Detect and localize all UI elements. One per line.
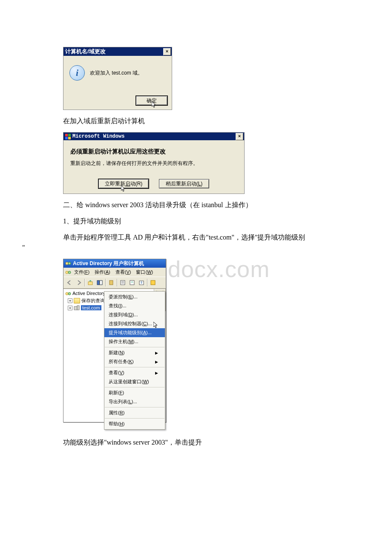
context-menu-item[interactable]: 导出列表(L)... [104, 397, 165, 406]
menu-separator [105, 407, 164, 408]
ok-button[interactable]: 确定 [136, 96, 167, 105]
context-menu-item[interactable]: 连接到域控制器(C)... [104, 319, 165, 328]
svg-rect-8 [121, 280, 125, 285]
ad-app-icon [65, 269, 71, 275]
dialog2-heading: 必须重新启动计算机以应用这些更改 [70, 148, 237, 156]
svg-point-3 [68, 271, 71, 274]
cut-icon[interactable] [107, 278, 116, 287]
svg-rect-6 [100, 280, 102, 285]
ad-toolbar [63, 277, 166, 289]
svg-point-0 [66, 262, 68, 265]
svg-rect-16 [74, 306, 77, 310]
text-after-dlg1: 在加入域后重新启动计算机 [63, 116, 349, 126]
submenu-arrow-icon: ▶ [155, 351, 158, 355]
context-menu-item[interactable]: 连接到域(D)... [104, 310, 165, 319]
svg-rect-4 [88, 282, 92, 285]
filter-icon[interactable] [148, 278, 158, 287]
menu-separator [105, 367, 164, 367]
ad-title: Active Directory 用户和计算机 [73, 260, 144, 267]
menu-separator [105, 387, 164, 387]
context-menu-item[interactable]: 提升域功能级别(A)... [104, 328, 165, 337]
svg-rect-5 [97, 280, 99, 285]
context-menu-item[interactable]: 所有任务(K)▶ [104, 357, 165, 366]
dialog2-message: 重新启动之前，请保存任何打开的文件并关闭所有程序。 [70, 160, 237, 167]
nav-fwd-icon[interactable] [74, 278, 84, 287]
domain-icon [74, 305, 80, 311]
expand-icon[interactable]: + [68, 298, 72, 303]
ok-button-label: 确定 [147, 98, 157, 104]
info-icon: i [69, 65, 85, 81]
context-menu: 委派控制(E)...查找(I)...连接到域(D)...连接到域控制器(C)..… [104, 291, 165, 430]
context-menu-item[interactable]: 操作主机(M)... [104, 337, 165, 346]
menu-view[interactable]: 查看(V) [113, 269, 133, 276]
svg-rect-11 [130, 280, 134, 285]
context-menu-item[interactable]: 查看(V)▶ [104, 368, 165, 377]
svg-rect-7 [110, 280, 113, 285]
dialog1-message: 欢迎加入 test.com 域。 [90, 69, 143, 77]
section-heading-2: 二、给 windows server 2003 活动目录升级（在 istanbu… [63, 200, 349, 210]
windows-flag-icon [65, 134, 71, 139]
ad-menubar: 文件(F) 操作(A) 查看(V) 窗口(W) [63, 268, 166, 277]
sub1-desc: 单击开始程序管理工具 AD 用户和计算机，右击"test.com"，选择"提升域… [43, 232, 349, 253]
context-menu-item[interactable]: 帮助(H) [104, 419, 165, 428]
svg-rect-13 [151, 280, 155, 285]
menu-file[interactable]: 文件(F) [72, 269, 92, 276]
svg-point-2 [66, 271, 68, 274]
nav-back-icon[interactable] [65, 278, 74, 287]
properties-icon[interactable] [118, 278, 127, 287]
up-icon[interactable] [86, 278, 95, 287]
folder-icon [74, 298, 80, 304]
menu-separator [105, 347, 164, 347]
ad-app-icon [65, 260, 71, 266]
dialog-join-domain: 计算机名/域更改 × i 欢迎加入 test.com 域。 确定 [63, 47, 172, 110]
menu-separator [105, 418, 164, 419]
svg-point-14 [66, 292, 68, 295]
context-menu-item[interactable]: 委派控制(E)... [104, 292, 165, 301]
context-menu-item[interactable]: 属性(R) [104, 408, 165, 417]
restart-now-button[interactable]: 立即重新启动(R) [98, 179, 149, 188]
refresh-icon[interactable] [127, 278, 137, 287]
dialog2-title: Microsoft Windows [72, 133, 124, 139]
submenu-arrow-icon: ▶ [155, 371, 158, 375]
dialog1-title: 计算机名/域更改 [65, 48, 106, 55]
menu-action[interactable]: 操作(A) [92, 269, 112, 276]
restart-later-button[interactable]: 稍后重新启动(L) [159, 179, 209, 188]
dialog-restart: Microsoft Windows × 必须重新启动计算机以应用这些更改 重新启… [63, 132, 245, 194]
submenu-arrow-icon: ▶ [155, 360, 158, 364]
svg-rect-17 [77, 306, 79, 310]
dialog1-titlebar: 计算机名/域更改 × [63, 47, 172, 56]
expand-icon[interactable]: + [68, 306, 72, 310]
close-icon[interactable]: × [236, 133, 243, 140]
context-menu-item[interactable]: 查找(I)... [104, 301, 165, 310]
close-icon[interactable]: × [163, 48, 171, 55]
tree-domain-label: test.com [81, 305, 101, 310]
svg-point-15 [68, 292, 71, 295]
show-hide-icon[interactable] [95, 278, 104, 287]
export-icon[interactable] [137, 278, 146, 287]
text-last: 功能级别选择"windows server 2003"，单击提升 [63, 437, 349, 448]
sub1-heading: 1、提升域功能级别 [63, 216, 349, 226]
svg-point-1 [68, 262, 71, 265]
context-menu-item[interactable]: 新建(N)▶ [104, 348, 165, 357]
context-menu-item[interactable]: 刷新(F) [104, 388, 165, 397]
context-menu-item[interactable]: 从这里创建窗口(W) [104, 377, 165, 386]
menu-window[interactable]: 窗口(W) [134, 269, 155, 276]
